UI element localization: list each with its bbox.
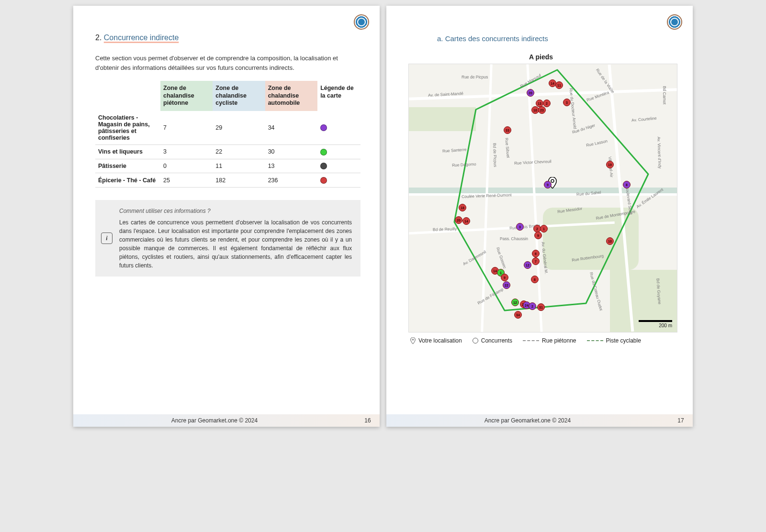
cell-z1: 25 [160, 173, 213, 188]
competitor-pin: 18 [459, 204, 466, 211]
row-label: Pâtisserie [95, 159, 160, 173]
table-row: Chocolatiers - Magasin de pains, pâtisse… [95, 111, 360, 145]
competitor-pin: 8 [531, 276, 539, 283]
competitor-pin: 23 [538, 106, 546, 114]
competitor-pin: 11 [555, 81, 563, 89]
cell-z2: 29 [213, 111, 265, 145]
map-title: A pieds [408, 53, 674, 61]
competitor-pin: 33 [504, 126, 511, 134]
info-title: Comment utiliser ces informations ? [119, 207, 352, 215]
competitor-pin: 7 [532, 257, 540, 265]
dash-icon [523, 340, 539, 341]
info-body: Les cartes de concurrence vous permetten… [119, 218, 352, 270]
row-label: Vins et liqueurs [95, 144, 160, 159]
subsection-heading: a. Cartes des concurrents indirects [437, 34, 674, 43]
competitor-pin: 31 [537, 303, 545, 311]
brand-logo-icon [354, 14, 369, 30]
competitor-pin: 22 [503, 281, 510, 289]
page-footer: Ancre par Geomarket.one © 2024 17 [386, 414, 693, 427]
map-scale: 200 m [639, 320, 672, 328]
competitor-pin: 3 [516, 223, 524, 231]
competitor-pin: 1 [540, 225, 548, 233]
col-zone-pietonne: Zone de chalandise piétonne [160, 81, 213, 111]
competitor-pin: 9 [501, 274, 508, 281]
page-number: 16 [356, 417, 380, 424]
scale-label: 200 m [659, 323, 672, 328]
legend-dot-icon [320, 163, 327, 169]
section-intro: Cette section vous permet d'observer et … [95, 54, 360, 72]
row-label: Chocolatiers - Magasin de pains, pâtisse… [95, 111, 160, 145]
info-box: i Comment utiliser ces informations ? Le… [95, 200, 360, 277]
competitor-pin: 34 [514, 311, 522, 319]
col-legend: Légende de la carte [317, 81, 360, 111]
legend-dot-icon [320, 149, 327, 155]
page-footer: Ancre par Geomarket.one © 2024 16 [73, 414, 380, 427]
competitor-pin: 12 [511, 299, 519, 306]
legend-dot-icon [320, 177, 327, 184]
legend-competitors: Concurrents [481, 337, 512, 344]
cell-legend [317, 144, 360, 159]
section-title: Concurrence indirecte [104, 33, 179, 42]
cell-z1: 3 [160, 144, 213, 159]
cell-z3: 13 [265, 159, 317, 173]
circle-icon [473, 338, 478, 344]
svg-marker-0 [454, 70, 648, 310]
footer-text: Ancre par Geomarket.one © 2024 [386, 417, 669, 424]
competitor-pin: 12 [524, 261, 531, 269]
competitor-pin: 8 [623, 181, 631, 188]
cell-z2: 11 [213, 159, 265, 173]
road-label: Bd Carnot [662, 86, 667, 104]
competitor-pin: 2 [529, 302, 536, 310]
page-17: a. Cartes des concurrents indirects A pi… [386, 6, 693, 427]
competitor-pin: 14 [462, 217, 470, 225]
table-row: Épicerie - Thé - Café25182236 [95, 173, 360, 188]
competition-table: Zone de chalandise piétonne Zone de chal… [95, 81, 360, 188]
competitor-pin: 20 [527, 89, 534, 97]
cell-z3: 236 [265, 173, 317, 188]
competitor-map: 200 m Av. de Saint-MandéRue de PicpusRue… [408, 64, 677, 332]
page-number: 17 [669, 417, 693, 424]
row-label: Épicerie - Thé - Café [95, 173, 160, 188]
table-row: Vins et liqueurs32230 [95, 144, 360, 159]
cell-z1: 7 [160, 111, 213, 145]
map-legend: Votre localisation Concurrents Rue piéto… [410, 337, 672, 344]
cell-legend [317, 159, 360, 173]
col-zone-auto: Zone de chalandise automobile [265, 81, 317, 111]
competitor-pin: 20 [455, 216, 462, 224]
cell-z3: 30 [265, 144, 317, 159]
legend-dot-icon [320, 124, 327, 131]
info-icon: i [101, 233, 113, 244]
table-row: Pâtisserie01113 [95, 159, 360, 173]
brand-logo-icon [667, 14, 682, 30]
cell-z2: 22 [213, 144, 265, 159]
dash-icon [587, 340, 603, 341]
competitor-pin: 2 [543, 100, 551, 107]
pin-icon [410, 337, 416, 344]
svg-point-2 [412, 339, 414, 341]
cell-z1: 0 [160, 159, 213, 173]
road-label: Bd de Reuilly [433, 226, 457, 232]
cell-legend [317, 173, 360, 188]
section-heading: 2. Concurrence indirecte [95, 33, 360, 42]
footer-text: Ancre par Geomarket.one © 2024 [73, 417, 356, 424]
svg-point-1 [551, 179, 554, 182]
competitor-pin: 6 [532, 250, 540, 257]
cell-z2: 182 [213, 173, 265, 188]
competitor-pin: 10 [606, 237, 614, 245]
legend-location: Votre localisation [418, 337, 462, 344]
cell-z3: 34 [265, 111, 317, 145]
competitor-pin: 19 [606, 161, 614, 168]
page-16: 2. Concurrence indirecte Cette section v… [73, 6, 380, 427]
legend-pedestrian: Rue piétonne [542, 337, 576, 344]
road-label: Pass. Chaussin [500, 236, 528, 241]
cell-legend [317, 111, 360, 145]
road-label: Bd de Picpus [492, 143, 498, 167]
competitor-pin: 9 [534, 232, 542, 239]
col-zone-cycliste: Zone de chalandise cycliste [213, 81, 265, 111]
competitor-pin: 3 [563, 99, 571, 106]
competitor-pin: 9 [544, 181, 552, 188]
legend-bike: Piste cyclable [606, 337, 641, 344]
road-label: Rue de Picpus [462, 75, 488, 79]
section-number: 2. [95, 33, 101, 42]
